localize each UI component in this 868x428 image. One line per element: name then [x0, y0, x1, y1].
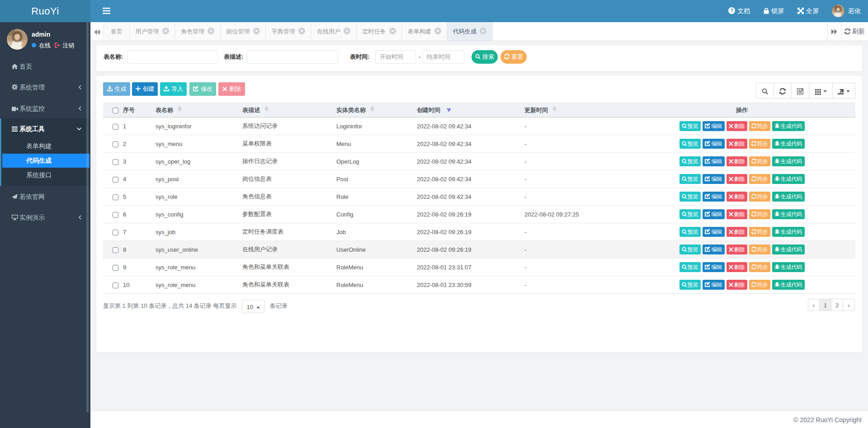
svg-text:?: ? — [730, 8, 733, 13]
